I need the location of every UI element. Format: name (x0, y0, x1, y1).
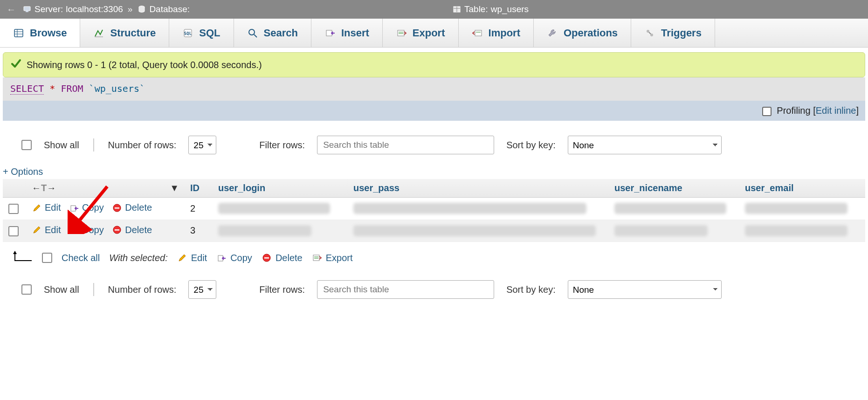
svg-rect-17 (398, 30, 404, 36)
breadcrumb-database[interactable]: Database: (137, 4, 193, 14)
bulk-actions-row: Check all With selected: Edit Copy Delet… (0, 242, 868, 274)
tab-triggers[interactable]: Triggers (631, 19, 715, 47)
cell-user-email[interactable] (739, 198, 865, 220)
filter-rows-input[interactable] (317, 136, 494, 154)
check-all-checkbox[interactable] (42, 253, 52, 263)
col-user-email[interactable]: user_email (739, 179, 865, 198)
tab-structure-label: Structure (110, 27, 156, 39)
col-user-nicename[interactable]: user_nicename (609, 179, 739, 198)
row-copy-link[interactable]: Copy (69, 225, 104, 235)
export-icon (312, 253, 322, 263)
success-message: Showing rows 0 - 1 (2 total, Query took … (3, 52, 865, 77)
tab-triggers-label: Triggers (661, 27, 702, 39)
edit-inline-link[interactable]: Edit inline (816, 105, 856, 116)
row-delete-link[interactable]: Delete (112, 225, 152, 235)
breadcrumb: ← Server: localhost:3306 » Database: Tab… (0, 0, 868, 19)
cell-user-nicename[interactable] (609, 198, 739, 220)
svg-rect-20 (475, 30, 482, 36)
cell-id[interactable]: 2 (185, 198, 213, 220)
row-checkbox[interactable] (8, 226, 19, 236)
tab-insert[interactable]: Insert (311, 19, 383, 47)
show-all-label-bottom: Show all (44, 284, 79, 295)
delete-icon (262, 253, 272, 263)
num-rows-select[interactable]: 25 (188, 136, 216, 154)
pencil-icon (32, 225, 42, 235)
breadcrumb-table-label: Table: (464, 4, 488, 14)
divider (93, 283, 94, 296)
row-edit-link[interactable]: Edit (32, 225, 61, 235)
svg-rect-1 (26, 11, 28, 12)
cell-user-login[interactable] (213, 198, 348, 220)
row-checkbox[interactable] (8, 204, 19, 214)
col-nav-left-icon: ← (32, 183, 41, 193)
breadcrumb-server[interactable]: Server: localhost:3306 (22, 4, 123, 14)
cell-user-pass[interactable] (348, 220, 609, 242)
tab-export[interactable]: Export (383, 19, 459, 47)
svg-text:SQL: SQL (184, 31, 192, 36)
bulk-export-link[interactable]: Export (312, 253, 353, 263)
sql-footer: Profiling [Edit inline] (3, 101, 865, 121)
check-all-link[interactable]: Check all (62, 253, 100, 263)
profiling-label: Profiling (777, 105, 810, 116)
show-all-checkbox[interactable] (21, 140, 32, 150)
svg-rect-6 (14, 29, 23, 37)
sort-by-key-select[interactable]: None (568, 136, 722, 154)
tab-operations[interactable]: Operations (534, 19, 631, 47)
sql-keyword-from: FROM (61, 83, 83, 94)
svg-line-14 (254, 34, 257, 37)
table-row: Edit Copy Delete 2 (3, 198, 865, 220)
table-controls-top: Show all Number of rows: 25 Filter rows:… (0, 129, 868, 161)
select-up-arrow-icon (11, 249, 33, 266)
col-checkbox (3, 179, 26, 198)
tab-import[interactable]: Import (459, 19, 534, 47)
cell-user-login[interactable] (213, 220, 348, 242)
options-link[interactable]: + Options (0, 166, 46, 177)
success-text: Showing rows 0 - 1 (2 total, Query took … (27, 60, 262, 70)
bulk-copy-link[interactable]: Copy (216, 253, 252, 263)
filter-rows-label: Filter rows: (259, 140, 305, 151)
delete-icon (112, 225, 122, 235)
profiling-checkbox[interactable] (762, 107, 772, 116)
col-user-login[interactable]: user_login (213, 179, 348, 198)
tab-sql[interactable]: SQL SQL (169, 19, 234, 47)
filter-rows-input-bottom[interactable] (317, 280, 494, 299)
tab-insert-label: Insert (341, 27, 369, 39)
col-id[interactable]: ID (185, 179, 213, 198)
tab-search[interactable]: Search (234, 19, 311, 47)
pencil-icon (177, 253, 187, 263)
tab-structure[interactable]: Structure (80, 19, 169, 47)
with-selected-label: With selected: (109, 253, 167, 263)
back-arrow[interactable]: ← (3, 4, 20, 15)
num-rows-label: Number of rows: (108, 140, 177, 151)
col-actions[interactable]: ←T→ ▼ (26, 179, 185, 198)
tab-sql-label: SQL (199, 27, 220, 39)
breadcrumb-table[interactable]: Table: wp_users (452, 4, 529, 14)
sort-by-key-label: Sort by key: (506, 140, 556, 151)
sort-by-key-label-bottom: Sort by key: (506, 284, 556, 295)
tab-export-label: Export (413, 27, 445, 39)
server-icon (22, 5, 32, 14)
svg-point-13 (249, 29, 255, 35)
row-copy-link[interactable]: Copy (69, 202, 104, 213)
svg-rect-33 (115, 229, 119, 231)
cell-user-pass[interactable] (348, 198, 609, 220)
col-user-pass[interactable]: user_pass (348, 179, 609, 198)
row-edit-link[interactable]: Edit (32, 202, 61, 213)
show-all-checkbox-bottom[interactable] (21, 284, 32, 295)
copy-icon (69, 225, 79, 235)
cell-id[interactable]: 3 (185, 220, 213, 242)
search-icon (247, 28, 258, 39)
sort-by-key-select-bottom[interactable]: None (568, 280, 722, 299)
num-rows-select-bottom[interactable]: 25 (188, 280, 216, 299)
cell-user-email[interactable] (739, 220, 865, 242)
sql-star: * (49, 83, 55, 94)
tab-browse[interactable]: Browse (0, 19, 80, 47)
cell-user-nicename[interactable] (609, 220, 739, 242)
bulk-edit-link[interactable]: Edit (177, 253, 207, 263)
filter-rows-label-bottom: Filter rows: (259, 284, 305, 295)
bulk-delete-link[interactable]: Delete (262, 253, 303, 263)
row-delete-link[interactable]: Delete (112, 202, 152, 213)
sort-caret-icon: ▼ (170, 183, 179, 193)
tabbar: Browse Structure SQL SQL Search Insert E… (0, 19, 868, 48)
tab-import-label: Import (489, 27, 520, 39)
